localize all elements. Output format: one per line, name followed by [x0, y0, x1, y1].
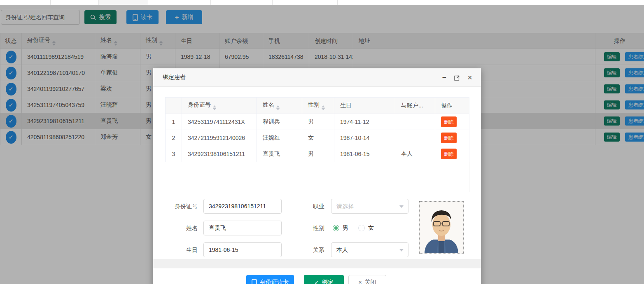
bound-patients-table: 身份证号 姓名 性别 生日 与账户... 操作 1 34253119741112…: [165, 97, 469, 162]
birthday-label: 生日: [161, 242, 198, 257]
delete-button[interactable]: 删除: [441, 133, 457, 143]
col-id-label: 身份证号: [188, 101, 211, 108]
close-modal-label: 关闭: [365, 279, 376, 284]
bound-patients-table-box: 身份证号 姓名 性别 生日 与账户... 操作 1 34253119741112…: [165, 97, 469, 192]
cell-relation: [395, 114, 435, 130]
chevron-down-icon: [399, 249, 404, 251]
close-icon[interactable]: ×: [466, 74, 474, 81]
col-name-label: 姓名: [263, 101, 274, 108]
relation-label: 关系: [287, 242, 324, 257]
bound-patient-row[interactable]: 2 342721195912140026 汪婉红 女 1987-10-14 删除: [166, 130, 469, 146]
tab-3-active[interactable]: [99, 0, 148, 5]
patient-photo: [419, 201, 464, 254]
cell-id: 342721195912140026: [182, 130, 257, 146]
radio-unchecked-icon: [358, 225, 365, 231]
birthday-field[interactable]: [203, 242, 282, 257]
bind-confirm-button[interactable]: ✓ 绑定: [304, 275, 344, 284]
gender-radio-female[interactable]: 女: [358, 224, 374, 232]
col-index: [166, 98, 182, 114]
gender-female-label: 女: [368, 224, 374, 232]
tab-1[interactable]: [0, 0, 51, 5]
cell-birthday: 1981-06-15: [334, 146, 395, 162]
modal-header: 绑定患者 − ×: [153, 68, 481, 87]
cell-id: 342923198106151211: [182, 146, 257, 162]
col-gender-label: 性别: [308, 101, 320, 108]
bound-patient-row[interactable]: 1 34253119741112431X 程训兵 男 1974-11-12 删除: [166, 114, 469, 130]
id-field[interactable]: [203, 199, 282, 214]
gender-radio-group: 男 女: [333, 221, 374, 235]
col-id[interactable]: 身份证号: [182, 98, 257, 114]
relation-select[interactable]: 本人: [331, 242, 408, 257]
col-name[interactable]: 姓名: [257, 98, 302, 114]
delete-button[interactable]: 删除: [441, 149, 457, 159]
gender-male-label: 男: [343, 224, 348, 232]
cell-birthday: 1987-10-14: [334, 130, 395, 146]
name-label: 姓名: [161, 221, 198, 235]
tab-4[interactable]: [148, 0, 211, 5]
cell-id: 34253119741112431X: [182, 114, 257, 130]
window-controls: − ×: [441, 68, 474, 87]
gender-label: 性别: [287, 221, 324, 235]
occupation-label: 职业: [287, 199, 324, 214]
cell-relation: [395, 130, 435, 146]
cell-birthday: 1974-11-12: [334, 114, 395, 130]
gender-radio-male[interactable]: 男: [333, 224, 348, 232]
cell-name: 汪婉红: [257, 130, 302, 146]
tab-5[interactable]: [211, 0, 273, 5]
bound-table-header-row: 身份证号 姓名 性别 生日 与账户... 操作: [166, 98, 469, 114]
read-id-card-button[interactable]: 身份证读卡: [246, 275, 294, 284]
modal-title: 绑定患者: [163, 74, 186, 81]
tab-strip-rest: [338, 0, 644, 5]
relation-value: 本人: [336, 247, 348, 253]
cell-index: 3: [166, 146, 182, 162]
name-field[interactable]: [203, 221, 282, 235]
tab-6[interactable]: [273, 0, 338, 5]
bind-patient-modal: 绑定患者 − × 身份证号 姓名 性别 生日 与: [153, 68, 481, 284]
chevron-down-icon: [399, 205, 404, 208]
delete-button[interactable]: 删除: [441, 116, 457, 127]
cell-gender: 女: [302, 130, 334, 146]
col-relation: 与账户...: [395, 98, 435, 114]
sort-icon[interactable]: [322, 105, 325, 110]
cell-gender: 男: [302, 146, 334, 162]
tab-2[interactable]: [51, 0, 99, 5]
cell-index: 1: [166, 114, 182, 130]
read-id-card-label: 身份证读卡: [260, 279, 289, 284]
col-gender[interactable]: 性别: [302, 98, 334, 114]
occupation-select[interactable]: 请选择: [331, 199, 408, 214]
cell-relation: 本人: [395, 146, 435, 162]
cell-gender: 男: [302, 114, 334, 130]
col-operations: 操作: [435, 98, 469, 114]
id-label: 身份证号: [161, 199, 198, 214]
bound-patient-row[interactable]: 3 342923198106151211 查贵飞 男 1981-06-15 本人…: [166, 146, 469, 162]
maximize-icon[interactable]: [453, 74, 461, 81]
bind-confirm-label: 绑定: [322, 279, 334, 284]
cell-name: 程训兵: [257, 114, 302, 130]
cell-index: 2: [166, 130, 182, 146]
occupation-value: 请选择: [336, 203, 354, 210]
form-scrollbar-track[interactable]: [153, 259, 481, 268]
close-modal-button[interactable]: × 关闭: [348, 275, 386, 284]
tab-bar: [0, 0, 644, 5]
modal-footer: 身份证读卡 ✓ 绑定 × 关闭: [153, 275, 481, 284]
cell-name: 查贵飞: [257, 146, 302, 162]
close-x-icon: ×: [358, 279, 362, 284]
check-icon: ✓: [314, 279, 319, 284]
col-birthday: 生日: [334, 98, 395, 114]
radio-checked-icon: [333, 225, 339, 231]
id-card-icon: [252, 279, 257, 284]
sort-icon[interactable]: [213, 105, 216, 110]
sort-icon[interactable]: [276, 105, 280, 110]
minimize-icon[interactable]: −: [441, 74, 448, 81]
